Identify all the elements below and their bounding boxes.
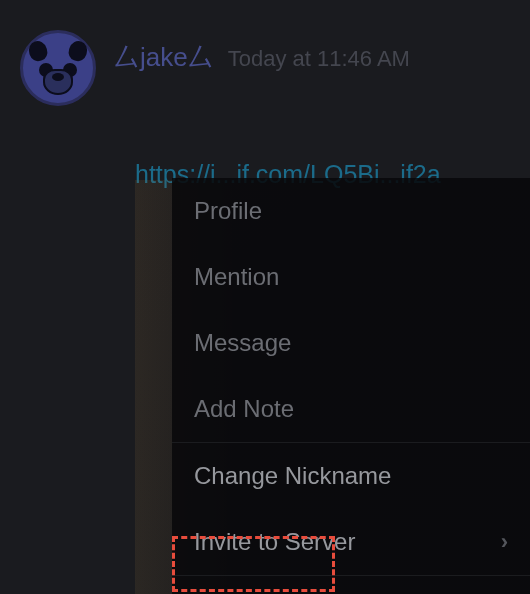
- message-row: 厶jake厶 Today at 11:46 AM: [0, 0, 530, 106]
- menu-label: Message: [194, 329, 291, 357]
- menu-item-add-friend[interactable]: Add Friend: [172, 576, 530, 594]
- menu-label: Profile: [194, 197, 262, 225]
- menu-label: Add Note: [194, 395, 294, 423]
- menu-label: Change Nickname: [194, 462, 391, 490]
- menu-item-mention[interactable]: Mention: [172, 244, 530, 310]
- menu-label: Invite to Server: [194, 528, 355, 556]
- menu-item-profile[interactable]: Profile: [172, 178, 530, 244]
- message-header: 厶jake厶 Today at 11:46 AM: [114, 30, 410, 106]
- menu-item-message[interactable]: Message: [172, 310, 530, 376]
- menu-item-add-note[interactable]: Add Note: [172, 376, 530, 442]
- avatar-face: [23, 33, 93, 103]
- chevron-right-icon: ›: [501, 529, 508, 555]
- message-timestamp: Today at 11:46 AM: [228, 46, 410, 72]
- menu-item-invite-to-server[interactable]: Invite to Server ›: [172, 509, 530, 575]
- user-context-menu: Profile Mention Message Add Note Change …: [172, 178, 530, 594]
- username[interactable]: 厶jake厶: [114, 40, 214, 75]
- menu-label: Mention: [194, 263, 279, 291]
- menu-item-change-nickname[interactable]: Change Nickname: [172, 443, 530, 509]
- user-avatar[interactable]: [20, 30, 96, 106]
